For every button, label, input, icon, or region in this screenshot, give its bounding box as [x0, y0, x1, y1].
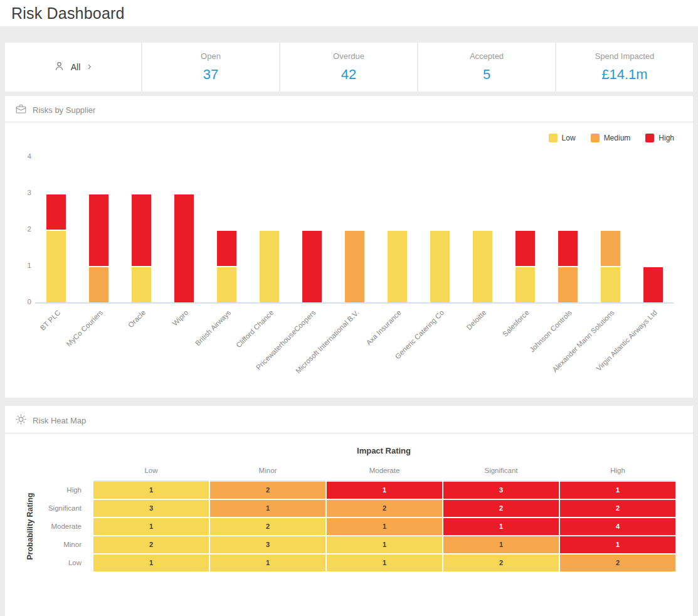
x-label-slot: Generic Catering Co — [418, 304, 461, 398]
heatmap-column-header: Minor — [210, 467, 325, 474]
bar-segment-high[interactable] — [132, 194, 151, 266]
heatmap-cell[interactable]: 1 — [93, 518, 209, 535]
bar-segment-low[interactable] — [46, 231, 66, 302]
bar-segment-high[interactable] — [643, 267, 663, 302]
bar-slot — [418, 157, 461, 302]
heatmap-cell[interactable]: 1 — [93, 482, 209, 499]
filter-label: All — [71, 62, 81, 72]
heatmap-cell[interactable]: 1 — [327, 555, 442, 571]
filter-all-button[interactable]: All — [5, 43, 141, 92]
stacked-bar[interactable] — [601, 231, 620, 302]
heatmap-row-label: Significant — [5, 500, 92, 517]
heatmap-cell[interactable]: 4 — [560, 518, 675, 535]
heatmap-cell[interactable]: 1 — [93, 555, 209, 571]
bar-segment-low[interactable] — [601, 267, 620, 302]
legend-item-high[interactable]: High — [645, 134, 674, 142]
heatmap-cell[interactable]: 1 — [210, 500, 325, 517]
kpi-card-accepted[interactable]: Accepted 5 — [418, 43, 555, 92]
stacked-bar[interactable] — [516, 231, 535, 302]
heatmap-cell[interactable]: 2 — [93, 536, 209, 553]
bar-segment-medium[interactable] — [601, 231, 620, 266]
heatmap-cell[interactable]: 1 — [560, 536, 675, 553]
stacked-bar[interactable] — [302, 231, 322, 302]
x-label-slot: Salesforce — [504, 304, 546, 398]
y-axis-tick: 3 — [28, 189, 31, 196]
heatmap-cell[interactable]: 1 — [327, 536, 442, 553]
stacked-bar[interactable] — [132, 194, 151, 302]
bar-slot — [78, 157, 120, 302]
legend-label: Low — [562, 134, 576, 142]
bar-segment-low[interactable] — [260, 231, 279, 302]
kpi-card-open[interactable]: Open 37 — [142, 43, 279, 92]
bar-segment-low[interactable] — [217, 267, 236, 302]
bar-segment-low[interactable] — [473, 231, 492, 302]
heatmap-cell[interactable]: 2 — [443, 500, 559, 517]
stacked-bar[interactable] — [473, 231, 492, 302]
heatmap-cell[interactable]: 2 — [443, 555, 559, 571]
bar-slot — [248, 157, 291, 302]
bar-segment-high[interactable] — [558, 231, 578, 266]
kpi-card-overdue[interactable]: Overdue 42 — [280, 43, 417, 92]
bar-segment-high[interactable] — [46, 194, 66, 230]
bar-segment-high[interactable] — [174, 194, 194, 302]
heatmap-cell[interactable]: 3 — [443, 482, 559, 499]
bar-slot — [504, 157, 546, 302]
stacked-bar[interactable] — [46, 194, 66, 302]
chart-legend: LowMediumHigh — [549, 134, 674, 142]
heatmap-cell[interactable]: 2 — [560, 555, 675, 571]
heatmap-cell[interactable]: 3 — [93, 500, 209, 517]
heatmap-cell[interactable]: 2 — [327, 500, 442, 517]
x-label-slot: Microsoft International B.V. — [334, 304, 376, 398]
heatmap-cell[interactable]: 1 — [560, 482, 675, 499]
legend-label: High — [658, 134, 674, 142]
stacked-bar[interactable] — [643, 267, 663, 302]
heatmap-cell[interactable]: 1 — [210, 555, 325, 571]
heatmap-cell[interactable]: 1 — [327, 518, 442, 535]
bar-segment-high[interactable] — [217, 231, 236, 266]
bar-slot — [120, 157, 163, 302]
stacked-bar[interactable] — [174, 194, 194, 302]
stacked-bar[interactable] — [89, 194, 108, 302]
y-axis: 01234 — [20, 157, 31, 302]
heatmap-cell[interactable]: 2 — [210, 482, 325, 499]
panel-header: Risks by Supplier — [5, 96, 693, 122]
legend-item-low[interactable]: Low — [549, 134, 576, 142]
heatmap-row-label: High — [5, 482, 92, 499]
bar-segment-medium[interactable] — [89, 267, 108, 302]
bar-segment-low[interactable] — [388, 231, 407, 302]
bar-segment-low[interactable] — [132, 267, 151, 302]
stacked-bar[interactable] — [260, 231, 279, 302]
bar-segment-medium[interactable] — [558, 267, 578, 302]
heatmap-column-header: Low — [93, 467, 209, 474]
x-label-slot: Virgin Atlantic Airways Ltd — [632, 304, 674, 398]
heatmap-cell[interactable]: 1 — [443, 518, 559, 535]
heatmap-column-header: High — [560, 467, 675, 474]
x-label-slot: MyCo Couriers — [78, 304, 120, 398]
legend-swatch — [549, 134, 558, 142]
heatmap-cell[interactable]: 2 — [210, 518, 325, 535]
kpi-card-spend-impacted[interactable]: Spend Impacted £14.1m — [556, 43, 693, 92]
bar-slot — [35, 157, 78, 302]
stacked-bar[interactable] — [388, 231, 407, 302]
title-bar: Risk Dashboard — [0, 0, 698, 26]
stacked-bar[interactable] — [558, 231, 578, 302]
bar-slot — [546, 157, 589, 302]
bar-slot — [334, 157, 376, 302]
bar-segment-low[interactable] — [516, 267, 535, 302]
heatmap-cell[interactable]: 1 — [327, 482, 442, 499]
kpi-value: 5 — [483, 66, 490, 83]
bar-slot — [163, 157, 206, 302]
legend-item-medium[interactable]: Medium — [591, 134, 631, 142]
bar-segment-high[interactable] — [516, 231, 535, 266]
bar-segment-high[interactable] — [89, 194, 108, 266]
stacked-bar[interactable] — [217, 231, 236, 302]
heatmap-cell[interactable]: 1 — [443, 536, 559, 553]
stacked-bar[interactable] — [345, 231, 364, 302]
heatmap-cell[interactable]: 3 — [210, 536, 325, 553]
stacked-bar[interactable] — [430, 231, 450, 302]
x-axis-label: BT PLC — [39, 309, 62, 332]
bar-segment-high[interactable] — [302, 231, 322, 302]
bar-segment-medium[interactable] — [345, 231, 364, 302]
heatmap-cell[interactable]: 2 — [560, 500, 675, 517]
bar-segment-low[interactable] — [430, 231, 450, 302]
